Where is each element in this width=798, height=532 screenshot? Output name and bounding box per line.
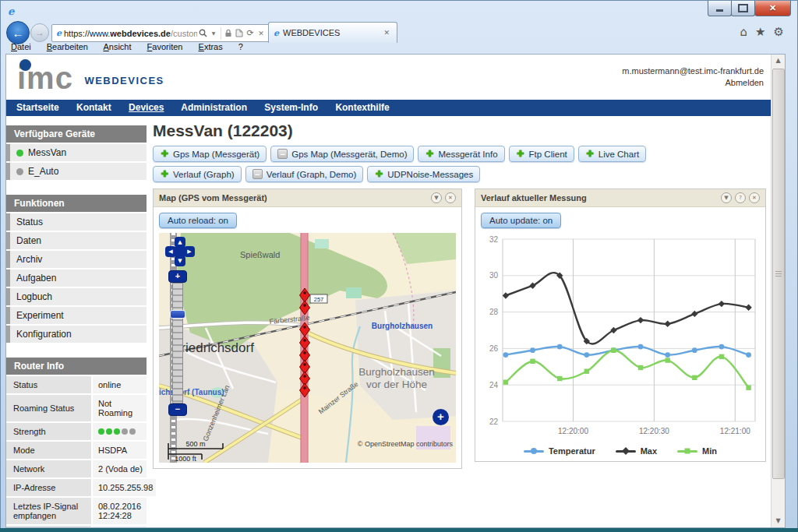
pan-right-icon[interactable]: ▶: [184, 246, 195, 257]
roaming-status-value: Not Roaming: [93, 395, 147, 421]
nav-item-administration[interactable]: Administration: [181, 102, 247, 113]
sidebar: Verfügbare Geräte MessVan E_Auto Funktio…: [6, 116, 147, 528]
tab-title: WEBDEVICES: [283, 28, 381, 37]
sidebar-item-logbuch[interactable]: Logbuch: [6, 288, 147, 305]
messgeraet-info-button[interactable]: Messgerät Info: [418, 146, 504, 162]
ie-icon: e: [56, 28, 62, 38]
menu-item-help[interactable]: ?: [238, 42, 243, 51]
sidebar-item-status[interactable]: Status: [6, 213, 147, 231]
browser-tab[interactable]: e WEBDEVICES ✕: [268, 22, 397, 43]
ip-address-value: 10.255.255.98: [93, 479, 156, 496]
close-icon[interactable]: ✕: [445, 192, 456, 203]
tab-close-icon[interactable]: ✕: [381, 27, 392, 38]
favorites-star-icon[interactable]: ★: [755, 25, 765, 39]
collapse-icon[interactable]: ▼: [431, 192, 442, 203]
widget-toolbar: Gps Map (Messgerät) Gps Map (Messgerät, …: [153, 146, 722, 182]
auto-reload-button[interactable]: Auto reload: on: [159, 213, 237, 228]
compatibility-view-icon[interactable]: [234, 26, 245, 41]
verlauf-graph-demo-button[interactable]: Verlauf (Graph, Demo): [245, 166, 364, 182]
nav-item-kontakt[interactable]: Kontakt: [76, 102, 111, 113]
chart-panel-title: Verlauf aktueller Messung: [481, 193, 718, 203]
map-pan-control: ▲ ◀ ▶ ▼: [165, 237, 195, 266]
gear-icon[interactable]: ⚙: [774, 25, 784, 39]
back-button[interactable]: ←: [6, 21, 30, 44]
live-chart-button[interactable]: Live Chart: [578, 146, 646, 162]
add-icon: [585, 150, 595, 159]
map-label-friedrichsdorf: Friedrichsdorf: [173, 340, 254, 355]
lock-icon: [223, 26, 234, 41]
udpnoise-messages-button[interactable]: UDPNoise-Messages: [367, 166, 480, 182]
address-bar[interactable]: e https://www.webdevices.de/customer/d ▼…: [51, 24, 270, 42]
logout-link[interactable]: Abmelden: [622, 77, 764, 89]
map-label-district-2: vor der Höhe: [366, 379, 427, 390]
menu-item-ansicht[interactable]: Ansicht: [103, 42, 131, 51]
minimize-button[interactable]: [708, 1, 732, 16]
svg-text:12:21:00: 12:21:00: [720, 427, 750, 435]
legend-item-min: Min: [677, 446, 717, 456]
zoom-out-button[interactable]: −: [168, 403, 187, 416]
zoom-slider-track[interactable]: [172, 283, 183, 403]
router-info-row: Statusonline: [6, 376, 147, 393]
zoom-in-button[interactable]: +: [168, 270, 187, 283]
window-bottom-border: [0, 528, 798, 532]
scrollbar-thumb[interactable]: [772, 69, 785, 479]
router-info-row: ModeHSDPA: [6, 442, 147, 459]
auto-update-button[interactable]: Auto update: on: [481, 213, 561, 228]
forward-button[interactable]: →: [30, 23, 49, 42]
osm-attribution-link[interactable]: © OpenStreetMap contributors: [358, 440, 454, 448]
menu-item-datei[interactable]: Datei: [11, 42, 31, 51]
stop-icon[interactable]: ✕: [256, 26, 267, 41]
menu-item-favoriten[interactable]: Favoriten: [147, 42, 183, 51]
scroll-down-icon[interactable]: ▼: [772, 517, 785, 524]
device-status-dot: [16, 168, 23, 175]
close-button[interactable]: ✕: [754, 1, 791, 16]
sidebar-item-aufgaben[interactable]: Aufgaben: [6, 270, 147, 287]
add-icon: [425, 150, 434, 159]
sidebar-item-messvan[interactable]: MessVan: [6, 144, 147, 161]
nav-item-kontexthilfe[interactable]: Kontexthilfe: [335, 102, 389, 113]
opened-icon: [277, 149, 288, 159]
chart-panel: Verlauf aktueller Messung ▼ ? ✕ Auto upd…: [475, 188, 766, 462]
ftp-client-button[interactable]: Ftp Client: [509, 146, 574, 162]
sidebar-item-daten[interactable]: Daten: [6, 232, 147, 249]
add-icon: [516, 150, 525, 159]
search-icon[interactable]: [197, 26, 208, 41]
router-info-row: Letztes IP-Signal empfangen08.02.2016 12…: [6, 498, 147, 524]
imc-logo: imc WEBDEVICES: [17, 58, 164, 98]
sidebar-item-experiment[interactable]: Experiment: [6, 307, 147, 324]
maximize-button[interactable]: [731, 1, 755, 16]
router-info-row: Roaming StatusNot Roaming: [6, 395, 147, 421]
nav-item-devices[interactable]: Devices: [129, 102, 164, 113]
router-status-value: online: [93, 376, 147, 393]
sidebar-item-archiv[interactable]: Archiv: [6, 251, 147, 268]
zoom-slider-handle[interactable]: [170, 310, 185, 319]
menu-item-bearbeiten[interactable]: Bearbeiten: [47, 42, 88, 51]
pan-down-icon[interactable]: ▼: [175, 255, 185, 266]
page-scrollbar[interactable]: ▲ ▼: [771, 55, 785, 527]
menu-item-extras[interactable]: Extras: [199, 42, 223, 51]
last-signal-value: 08.02.2016 12:24:28: [93, 498, 147, 524]
opened-icon: [252, 169, 263, 179]
network-value: 2 (Voda de): [93, 460, 147, 477]
map-maximize-button[interactable]: +: [433, 409, 449, 425]
collapse-icon[interactable]: ▼: [721, 192, 732, 203]
close-icon[interactable]: ✕: [749, 192, 760, 203]
sidebar-item-e-auto[interactable]: E_Auto: [6, 163, 147, 180]
nav-item-system-info[interactable]: System-Info: [264, 102, 318, 113]
map-panel-header: Map (GPS vom Messgerät) ▼ ✕: [154, 189, 461, 207]
webpage: imc WEBDEVICES m.mustermann@test.imc-fra…: [5, 54, 786, 528]
url-dropdown-icon[interactable]: ▼: [208, 26, 219, 41]
window-titlebar[interactable]: e ✕: [0, 0, 798, 22]
url-text[interactable]: https://www.webdevices.de/customer/d: [64, 29, 197, 38]
openstreetmap-map[interactable]: Spießwald Färberstraße Friedrichsdorf ri…: [159, 233, 456, 463]
chart-panel-header: Verlauf aktueller Messung ▼ ? ✕: [475, 189, 765, 207]
verlauf-graph-button[interactable]: Verlauf (Graph): [153, 166, 242, 182]
gps-map-button[interactable]: Gps Map (Messgerät): [153, 146, 267, 162]
nav-item-startseite[interactable]: Startseite: [16, 102, 59, 113]
home-icon[interactable]: ⌂: [740, 25, 748, 39]
sidebar-item-konfiguration[interactable]: Konfiguration: [6, 326, 147, 343]
help-icon[interactable]: ?: [735, 192, 746, 203]
scroll-up-icon[interactable]: ▲: [772, 57, 785, 64]
gps-map-demo-button[interactable]: Gps Map (Messgerät, Demo): [270, 146, 414, 162]
refresh-icon[interactable]: ⟳: [245, 26, 256, 41]
